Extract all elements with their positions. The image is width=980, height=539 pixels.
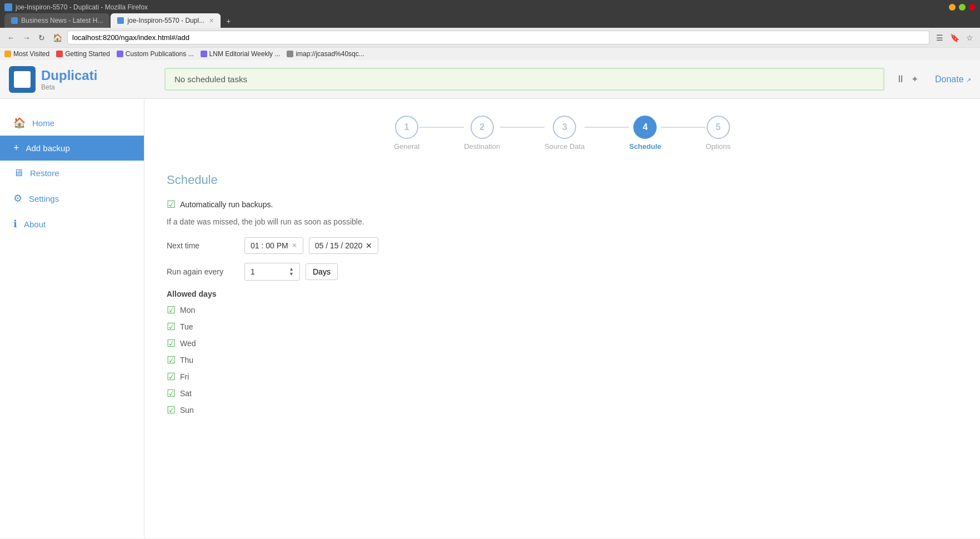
- day-row-mon: ☑Mon: [167, 304, 958, 316]
- address-bar-row: ← → ↻ 🏠 ☰ 🔖 ☆: [0, 28, 980, 47]
- star-icon[interactable]: ☆: [964, 32, 976, 43]
- day-checkbox-fri[interactable]: ☑: [167, 371, 176, 383]
- allowed-days-section: Allowed days ☑Mon☑Tue☑Wed☑Thu☑Fri☑Sat☑Su…: [167, 290, 958, 416]
- time-input[interactable]: 01 : 00 PM ✕: [244, 237, 303, 254]
- step-4-circle[interactable]: 4: [633, 116, 657, 139]
- time-value: 01 : 00 PM: [251, 241, 288, 250]
- day-checkbox-sun[interactable]: ☑: [167, 404, 176, 416]
- back-button[interactable]: ←: [4, 32, 18, 43]
- content-area: 1 General 2 Destination 3 Source Data: [144, 99, 980, 538]
- tab2-label: joe-Inspiron-5570 - Dupl...: [127, 17, 204, 24]
- interval-spinner[interactable]: ▲ ▼: [289, 267, 294, 277]
- bookmark-label-5: imap://jcasad%40sqc...: [296, 50, 364, 58]
- donate-link[interactable]: Donate ↗: [935, 74, 971, 84]
- date-clear-button[interactable]: ✕: [366, 241, 372, 250]
- bookmark-label-2: Getting Started: [65, 50, 110, 58]
- interval-unit-select[interactable]: Days: [306, 263, 338, 280]
- bookmark-favicon-1: [4, 51, 11, 57]
- menu-icon[interactable]: ☰: [934, 32, 946, 43]
- tabs-bar: Business News - Latest H... joe-Inspiron…: [4, 13, 976, 28]
- day-row-sun: ☑Sun: [167, 404, 958, 416]
- day-label-wed: Wed: [180, 339, 196, 348]
- add-icon: +: [13, 142, 19, 154]
- sidebar-item-about[interactable]: ℹ About: [0, 211, 144, 237]
- time-clear-button[interactable]: ✕: [292, 242, 297, 249]
- date-input[interactable]: 05 / 15 / 2020 ✕: [309, 237, 379, 254]
- day-checkbox-tue[interactable]: ☑: [167, 321, 176, 333]
- missed-job-text: If a date was missed, the job will run a…: [167, 217, 958, 226]
- step-3-circle[interactable]: 3: [553, 116, 576, 139]
- step-3: 3 Source Data: [544, 116, 584, 151]
- bookmark-label-4: LNM Editorial Weekly ...: [209, 50, 281, 58]
- step-1-circle[interactable]: 1: [395, 116, 418, 139]
- auto-run-checkbox[interactable]: ☑: [167, 198, 176, 211]
- bookmark-imap[interactable]: imap://jcasad%40sqc...: [287, 50, 364, 58]
- step-5-label: Options: [706, 142, 731, 151]
- new-tab-button[interactable]: +: [222, 14, 235, 28]
- auto-run-row: ☑ Automatically run backups.: [167, 198, 958, 211]
- app-header: Duplicati Beta No scheduled tasks ⏸ ✦ Do…: [0, 60, 980, 99]
- title-bar: joe-Inspiron-5570 - Duplicati - Mozilla …: [4, 3, 976, 13]
- step-5-circle[interactable]: 5: [707, 116, 730, 139]
- settings-icon: ⚙: [13, 192, 22, 204]
- pocket-icon[interactable]: 🔖: [948, 32, 962, 43]
- header-actions: ⏸ ✦ Donate ↗: [896, 73, 971, 85]
- step-5: 5 Options: [706, 116, 731, 151]
- next-time-label: Next time: [167, 241, 239, 250]
- sidebar-item-settings[interactable]: ⚙ Settings: [0, 186, 144, 211]
- home-button[interactable]: 🏠: [50, 32, 65, 43]
- tab2-close[interactable]: ✕: [209, 17, 214, 24]
- step-4: 4 Schedule: [629, 116, 661, 151]
- tab1-label: Business News - Latest H...: [21, 17, 103, 24]
- step-2: 2 Destination: [464, 116, 500, 151]
- sidebar-label-add-backup: Add backup: [26, 143, 70, 153]
- browser-chrome: joe-Inspiron-5570 - Duplicati - Mozilla …: [0, 0, 980, 28]
- bookmark-custom-pubs[interactable]: Custom Publications ...: [117, 50, 194, 58]
- bookmark-getting-started[interactable]: Getting Started: [56, 50, 110, 58]
- browser-favicon: [4, 3, 12, 11]
- tab1-favicon: [11, 17, 18, 24]
- day-label-sun: Sun: [180, 406, 194, 415]
- address-input[interactable]: [67, 31, 929, 44]
- day-checkbox-mon[interactable]: ☑: [167, 304, 176, 316]
- reload-button[interactable]: ↻: [36, 32, 48, 43]
- bookmark-most-visited[interactable]: Most Visited: [4, 50, 49, 58]
- sidebar-label-home: Home: [32, 118, 54, 128]
- bookmark-favicon-5: [287, 51, 293, 57]
- interval-input[interactable]: 1 ▲ ▼: [244, 263, 300, 281]
- pause-button[interactable]: ⏸: [896, 73, 906, 85]
- app-name: Duplicati: [41, 68, 97, 83]
- bookmarks-bar: Most Visited Getting Started Custom Publ…: [0, 47, 980, 60]
- day-checkbox-sat[interactable]: ☑: [167, 387, 176, 400]
- bookmark-lnm-editorial[interactable]: LNM Editorial Weekly ...: [201, 50, 281, 58]
- day-checkbox-thu[interactable]: ☑: [167, 354, 176, 366]
- forward-button[interactable]: →: [20, 32, 33, 43]
- day-checkbox-wed[interactable]: ☑: [167, 337, 176, 350]
- tab-1[interactable]: Business News - Latest H...: [4, 13, 109, 28]
- schedule-title: Schedule: [167, 173, 958, 187]
- toolbar-icons: ☰ 🔖 ☆: [934, 32, 976, 43]
- home-icon: 🏠: [13, 117, 26, 129]
- day-row-thu: ☑Thu: [167, 354, 958, 366]
- sidebar-item-restore[interactable]: 🖥 Restore: [0, 161, 144, 186]
- day-label-tue: Tue: [180, 322, 193, 331]
- spinner-down[interactable]: ▼: [289, 272, 294, 277]
- browser-title: joe-Inspiron-5570 - Duplicati - Mozilla …: [16, 3, 949, 11]
- tab2-favicon: [117, 17, 124, 24]
- logo-inner: [14, 71, 31, 88]
- minimize-button[interactable]: [949, 4, 956, 11]
- step-1-label: General: [394, 142, 419, 151]
- maximize-button[interactable]: [959, 4, 966, 11]
- close-button[interactable]: [969, 4, 976, 11]
- status-message: No scheduled tasks: [164, 68, 884, 91]
- day-label-fri: Fri: [180, 372, 189, 381]
- step-2-circle[interactable]: 2: [471, 116, 494, 139]
- sidebar-item-home[interactable]: 🏠 Home: [0, 110, 144, 136]
- info-icon: ℹ: [13, 218, 17, 230]
- sidebar-item-add-backup[interactable]: + Add backup: [0, 136, 144, 161]
- window-controls[interactable]: [949, 4, 976, 11]
- step-connector-1: [419, 127, 464, 128]
- logo-text: Duplicati Beta: [41, 68, 97, 91]
- tab-2[interactable]: joe-Inspiron-5570 - Dupl... ✕: [111, 13, 221, 28]
- days-container: ☑Mon☑Tue☑Wed☑Thu☑Fri☑Sat☑Sun: [167, 304, 958, 416]
